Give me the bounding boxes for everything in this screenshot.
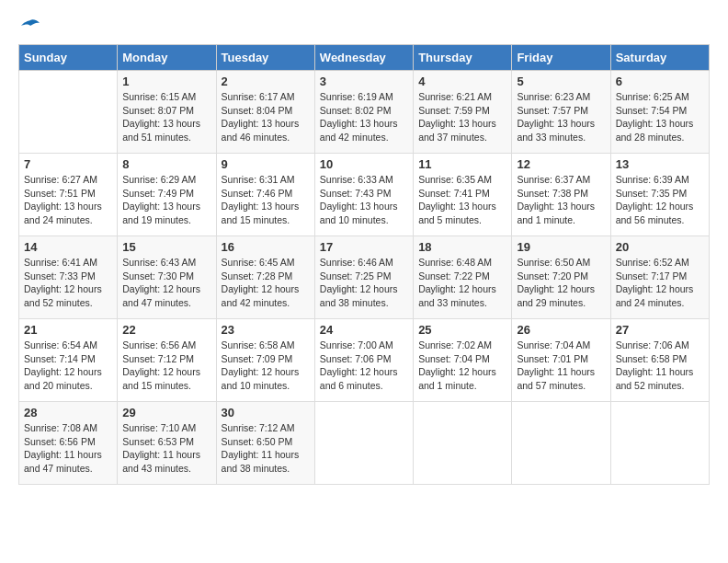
calendar-cell: 27Sunrise: 7:06 AM Sunset: 6:58 PM Dayli…: [610, 319, 709, 402]
calendar-cell: 16Sunrise: 6:45 AM Sunset: 7:28 PM Dayli…: [216, 236, 314, 319]
calendar-week-4: 21Sunrise: 6:54 AM Sunset: 7:14 PM Dayli…: [19, 319, 710, 402]
calendar-cell: [19, 71, 118, 154]
day-info: Sunrise: 6:35 AM Sunset: 7:41 PM Dayligh…: [418, 173, 506, 227]
calendar-cell: 19Sunrise: 6:50 AM Sunset: 7:20 PM Dayli…: [512, 236, 610, 319]
calendar-cell: 10Sunrise: 6:33 AM Sunset: 7:43 PM Dayli…: [314, 154, 413, 236]
weekday-header-tuesday: Tuesday: [216, 45, 314, 71]
calendar-cell: 17Sunrise: 6:46 AM Sunset: 7:25 PM Dayli…: [314, 236, 413, 319]
weekday-header-sunday: Sunday: [19, 45, 118, 71]
weekday-header-wednesday: Wednesday: [314, 45, 413, 71]
calendar-cell: [610, 402, 709, 485]
calendar-cell: 12Sunrise: 6:37 AM Sunset: 7:38 PM Dayli…: [512, 154, 610, 236]
day-info: Sunrise: 6:29 AM Sunset: 7:49 PM Dayligh…: [122, 173, 210, 227]
day-number: 8: [122, 157, 210, 171]
calendar-cell: 4Sunrise: 6:21 AM Sunset: 7:59 PM Daylig…: [414, 71, 512, 154]
day-number: 23: [222, 323, 310, 337]
day-number: 14: [24, 240, 112, 254]
day-number: 25: [418, 323, 506, 337]
day-number: 15: [122, 240, 210, 254]
calendar-cell: 5Sunrise: 6:23 AM Sunset: 7:57 PM Daylig…: [512, 71, 610, 154]
day-number: 20: [616, 240, 704, 254]
calendar-cell: 1Sunrise: 6:15 AM Sunset: 8:07 PM Daylig…: [118, 71, 216, 154]
day-info: Sunrise: 6:48 AM Sunset: 7:22 PM Dayligh…: [418, 256, 506, 310]
day-info: Sunrise: 6:25 AM Sunset: 7:54 PM Dayligh…: [616, 90, 704, 144]
day-number: 26: [517, 323, 605, 337]
day-info: Sunrise: 6:21 AM Sunset: 7:59 PM Dayligh…: [418, 90, 506, 144]
day-info: Sunrise: 7:12 AM Sunset: 6:50 PM Dayligh…: [222, 421, 310, 476]
weekday-header-saturday: Saturday: [610, 45, 709, 71]
day-info: Sunrise: 6:41 AM Sunset: 7:33 PM Dayligh…: [24, 256, 112, 310]
day-info: Sunrise: 6:39 AM Sunset: 7:35 PM Dayligh…: [616, 173, 704, 227]
page-header: [18, 18, 710, 35]
day-number: 13: [616, 157, 704, 171]
calendar-cell: 21Sunrise: 6:54 AM Sunset: 7:14 PM Dayli…: [19, 319, 118, 402]
calendar-cell: [414, 402, 512, 485]
calendar-week-1: 1Sunrise: 6:15 AM Sunset: 8:07 PM Daylig…: [19, 71, 710, 154]
day-number: 7: [24, 157, 112, 171]
day-number: 12: [517, 157, 605, 171]
day-number: 21: [24, 323, 112, 337]
weekday-header-monday: Monday: [118, 45, 216, 71]
day-info: Sunrise: 6:56 AM Sunset: 7:12 PM Dayligh…: [122, 339, 210, 393]
day-info: Sunrise: 7:08 AM Sunset: 6:56 PM Dayligh…: [24, 421, 112, 476]
day-number: 11: [418, 157, 506, 171]
calendar-table: SundayMondayTuesdayWednesdayThursdayFrid…: [18, 44, 710, 485]
calendar-cell: 22Sunrise: 6:56 AM Sunset: 7:12 PM Dayli…: [118, 319, 216, 402]
day-number: 30: [222, 406, 310, 419]
calendar-week-3: 14Sunrise: 6:41 AM Sunset: 7:33 PM Dayli…: [19, 236, 710, 319]
day-info: Sunrise: 6:33 AM Sunset: 7:43 PM Dayligh…: [320, 173, 408, 227]
day-info: Sunrise: 6:27 AM Sunset: 7:51 PM Dayligh…: [24, 173, 112, 227]
day-number: 27: [616, 323, 704, 337]
calendar-cell: 24Sunrise: 7:00 AM Sunset: 7:06 PM Dayli…: [314, 319, 413, 402]
day-number: 17: [320, 240, 408, 254]
calendar-cell: 30Sunrise: 7:12 AM Sunset: 6:50 PM Dayli…: [216, 402, 314, 485]
logo-bird-icon: [21, 18, 40, 35]
day-info: Sunrise: 6:58 AM Sunset: 7:09 PM Dayligh…: [222, 339, 310, 393]
day-info: Sunrise: 6:43 AM Sunset: 7:30 PM Dayligh…: [122, 256, 210, 310]
day-info: Sunrise: 7:06 AM Sunset: 6:58 PM Dayligh…: [616, 339, 704, 393]
day-info: Sunrise: 6:52 AM Sunset: 7:17 PM Dayligh…: [616, 256, 704, 310]
day-info: Sunrise: 6:46 AM Sunset: 7:25 PM Dayligh…: [320, 256, 408, 310]
day-number: 22: [122, 323, 210, 337]
header-row: SundayMondayTuesdayWednesdayThursdayFrid…: [19, 45, 710, 71]
day-info: Sunrise: 6:54 AM Sunset: 7:14 PM Dayligh…: [24, 339, 112, 393]
calendar-cell: 7Sunrise: 6:27 AM Sunset: 7:51 PM Daylig…: [19, 154, 118, 236]
calendar-cell: 23Sunrise: 6:58 AM Sunset: 7:09 PM Dayli…: [216, 319, 314, 402]
weekday-header-friday: Friday: [512, 45, 610, 71]
day-info: Sunrise: 6:15 AM Sunset: 8:07 PM Dayligh…: [122, 90, 210, 144]
calendar-cell: 29Sunrise: 7:10 AM Sunset: 6:53 PM Dayli…: [118, 402, 216, 485]
calendar-cell: 3Sunrise: 6:19 AM Sunset: 8:02 PM Daylig…: [314, 71, 413, 154]
calendar-cell: 2Sunrise: 6:17 AM Sunset: 8:04 PM Daylig…: [216, 71, 314, 154]
logo: [18, 18, 40, 35]
day-info: Sunrise: 7:04 AM Sunset: 7:01 PM Dayligh…: [517, 339, 605, 393]
calendar-cell: 8Sunrise: 6:29 AM Sunset: 7:49 PM Daylig…: [118, 154, 216, 236]
day-info: Sunrise: 6:31 AM Sunset: 7:46 PM Dayligh…: [222, 173, 310, 227]
day-number: 1: [122, 75, 210, 88]
calendar-cell: 26Sunrise: 7:04 AM Sunset: 7:01 PM Dayli…: [512, 319, 610, 402]
day-number: 4: [418, 75, 506, 88]
day-number: 18: [418, 240, 506, 254]
day-number: 29: [122, 406, 210, 419]
calendar-body: 1Sunrise: 6:15 AM Sunset: 8:07 PM Daylig…: [19, 71, 710, 485]
calendar-header: SundayMondayTuesdayWednesdayThursdayFrid…: [19, 45, 710, 71]
calendar-cell: 9Sunrise: 6:31 AM Sunset: 7:46 PM Daylig…: [216, 154, 314, 236]
day-info: Sunrise: 7:10 AM Sunset: 6:53 PM Dayligh…: [122, 421, 210, 476]
day-number: 5: [517, 75, 605, 88]
day-info: Sunrise: 7:02 AM Sunset: 7:04 PM Dayligh…: [418, 339, 506, 393]
day-number: 6: [616, 75, 704, 88]
day-info: Sunrise: 6:50 AM Sunset: 7:20 PM Dayligh…: [517, 256, 605, 310]
calendar-cell: [512, 402, 610, 485]
calendar-cell: 13Sunrise: 6:39 AM Sunset: 7:35 PM Dayli…: [610, 154, 709, 236]
calendar-cell: [314, 402, 413, 485]
day-number: 28: [24, 406, 112, 419]
day-number: 24: [320, 323, 408, 337]
day-number: 3: [320, 75, 408, 88]
calendar-cell: 18Sunrise: 6:48 AM Sunset: 7:22 PM Dayli…: [414, 236, 512, 319]
day-info: Sunrise: 6:17 AM Sunset: 8:04 PM Dayligh…: [222, 90, 310, 144]
day-info: Sunrise: 6:37 AM Sunset: 7:38 PM Dayligh…: [517, 173, 605, 227]
day-info: Sunrise: 6:19 AM Sunset: 8:02 PM Dayligh…: [320, 90, 408, 144]
calendar-cell: 25Sunrise: 7:02 AM Sunset: 7:04 PM Dayli…: [414, 319, 512, 402]
calendar-cell: 28Sunrise: 7:08 AM Sunset: 6:56 PM Dayli…: [19, 402, 118, 485]
calendar-cell: 11Sunrise: 6:35 AM Sunset: 7:41 PM Dayli…: [414, 154, 512, 236]
day-info: Sunrise: 6:23 AM Sunset: 7:57 PM Dayligh…: [517, 90, 605, 144]
